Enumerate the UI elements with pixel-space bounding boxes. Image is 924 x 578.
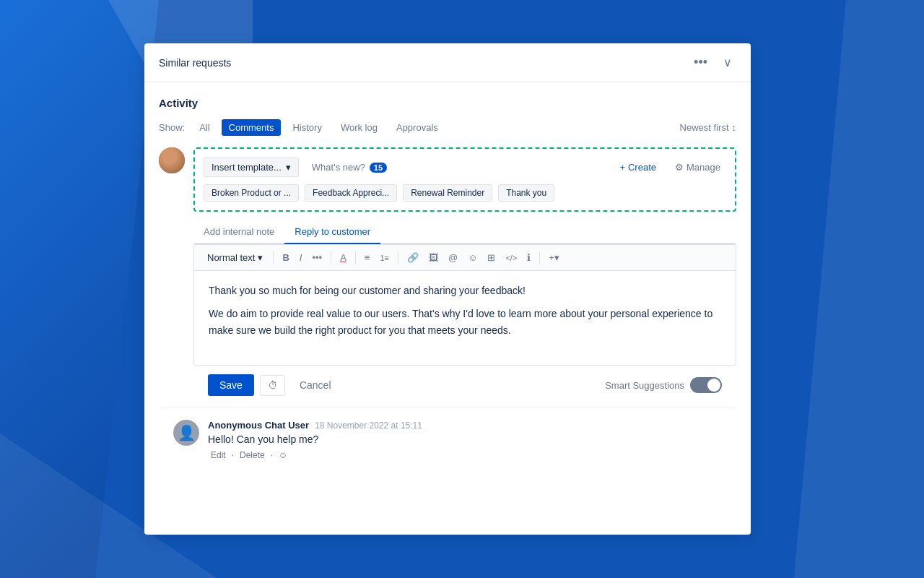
- similar-requests-dots-button[interactable]: •••: [689, 53, 712, 72]
- table-button[interactable]: ⊞: [483, 249, 500, 266]
- more-formatting-button[interactable]: •••: [308, 249, 326, 266]
- chevron-down-icon: ▾: [258, 252, 263, 263]
- editor-content[interactable]: Thank you so much for being our customer…: [194, 271, 736, 365]
- format-label: Normal text: [207, 252, 255, 263]
- toolbar-separator-5: [539, 251, 540, 264]
- activity-section: Activity Show: All Comments History Work…: [144, 82, 751, 473]
- toolbar-separator-3: [355, 251, 356, 264]
- text-format-dropdown[interactable]: Normal text ▾: [201, 249, 269, 266]
- toolbar-separator-2: [331, 251, 331, 264]
- anonymous-user-icon: 👤: [178, 424, 196, 441]
- comment-header: Anonymous Chat User 18 November 2022 at …: [208, 420, 722, 431]
- emoji-reaction-button[interactable]: ☺: [276, 449, 290, 461]
- bg-shape-right: [794, 0, 924, 578]
- comment-separator-2: ·: [271, 450, 273, 460]
- emoji-button[interactable]: ☺: [463, 249, 481, 266]
- template-tag-0[interactable]: Broken Product or ...: [204, 184, 299, 202]
- toolbar-separator-4: [398, 251, 398, 264]
- editor-toolbar: Normal text ▾ B I ••• A ≡ 1≡ 🔗: [194, 245, 736, 271]
- italic-button[interactable]: I: [295, 249, 307, 266]
- clock-icon: ⏱: [268, 380, 277, 391]
- template-tag-2[interactable]: Renewal Reminder: [403, 184, 492, 202]
- whats-new-label: What's new?: [312, 162, 365, 173]
- editor-line-2: We do aim to provide real value to our u…: [209, 306, 721, 338]
- show-label: Show:: [159, 122, 185, 133]
- filter-btn-all[interactable]: All: [192, 119, 217, 136]
- toggle-knob: [707, 379, 720, 392]
- comment-item: 👤 Anonymous Chat User 18 November 2022 a…: [159, 407, 736, 473]
- smart-suggestions-label: Smart Suggestions: [605, 380, 684, 391]
- comment-actions: Edit · Delete · ☺: [208, 449, 722, 461]
- smart-suggestions: Smart Suggestions ✕: [605, 377, 722, 393]
- bullet-list-button[interactable]: ≡: [360, 249, 375, 266]
- template-top-row: Insert template... ▾ What's new? 15 + Cr…: [204, 158, 726, 177]
- comment-author: Anonymous Chat User: [208, 420, 309, 431]
- action-row: Save ⏱ Cancel Smart Suggestions ✕: [193, 366, 736, 407]
- ordered-list-button[interactable]: 1≡: [375, 251, 393, 265]
- similar-requests-bar: Similar requests ••• ∨: [144, 43, 751, 82]
- chevron-down-icon: ∨: [723, 56, 732, 69]
- gear-icon: ⚙: [675, 162, 684, 173]
- similar-requests-actions: ••• ∨: [689, 53, 736, 72]
- current-user-avatar: [159, 147, 185, 173]
- timer-button[interactable]: ⏱: [260, 375, 285, 396]
- link-button[interactable]: 🔗: [403, 249, 423, 266]
- template-tag-3[interactable]: Thank you: [498, 184, 554, 202]
- tab-internal-note[interactable]: Add internal note: [193, 220, 284, 244]
- sort-icon: ↕: [732, 122, 737, 133]
- similar-requests-title: Similar requests: [159, 57, 231, 69]
- cancel-button[interactable]: Cancel: [291, 374, 340, 396]
- editor-container: Normal text ▾ B I ••• A ≡ 1≡ 🔗: [193, 244, 736, 366]
- save-button[interactable]: Save: [208, 374, 254, 396]
- reply-tabs: Add internal note Reply to customer: [193, 220, 736, 244]
- chevron-down-icon: ▾: [286, 162, 291, 173]
- toolbar-separator-1: [273, 251, 274, 264]
- bold-button[interactable]: B: [278, 249, 293, 266]
- main-panel: Similar requests ••• ∨ Activity Show: Al…: [144, 43, 751, 535]
- manage-templates-button[interactable]: ⚙ Manage: [669, 158, 726, 176]
- info-button[interactable]: ℹ: [523, 249, 535, 266]
- tab-reply-to-customer[interactable]: Reply to customer: [284, 220, 380, 244]
- comment-timestamp: 18 November 2022 at 15:11: [315, 420, 422, 431]
- template-tag-1[interactable]: Feedback Appreci...: [305, 184, 397, 202]
- newest-first-label: Newest first: [680, 122, 729, 133]
- show-filter-row: Show: All Comments History Work log Appr…: [159, 119, 736, 136]
- mention-button[interactable]: @: [444, 249, 462, 266]
- avatar-image: [159, 147, 185, 173]
- create-label: Create: [628, 162, 656, 173]
- insert-template-button[interactable]: Insert template... ▾: [204, 158, 299, 177]
- plus-icon: +: [619, 162, 625, 173]
- code-button[interactable]: </>: [501, 251, 521, 265]
- commenter-avatar: 👤: [173, 420, 199, 446]
- editor-line-1: Thank you so much for being our customer…: [209, 282, 721, 298]
- image-button[interactable]: 🖼: [424, 249, 443, 266]
- manage-label: Manage: [687, 162, 720, 173]
- filter-btn-comments[interactable]: Comments: [222, 119, 282, 136]
- more-options-button[interactable]: +▾: [544, 249, 564, 266]
- smart-suggestions-toggle[interactable]: ✕: [690, 377, 722, 393]
- comment-text: Hello! Can you help me?: [208, 434, 722, 445]
- whats-new-badge: 15: [370, 163, 387, 173]
- whats-new-button[interactable]: What's new? 15: [306, 158, 393, 176]
- edit-comment-button[interactable]: Edit: [208, 449, 229, 461]
- text-color-button[interactable]: A: [336, 249, 351, 266]
- template-tags-row: Broken Product or ... Feedback Appreci..…: [204, 184, 726, 202]
- template-area: Insert template... ▾ What's new? 15 + Cr…: [193, 147, 736, 212]
- filter-btn-history[interactable]: History: [285, 119, 328, 136]
- insert-template-label: Insert template...: [212, 162, 282, 173]
- filter-btn-approvals[interactable]: Approvals: [389, 119, 445, 136]
- template-editor-area: Insert template... ▾ What's new? 15 + Cr…: [193, 147, 736, 407]
- create-template-button[interactable]: + Create: [614, 158, 662, 176]
- similar-requests-collapse-button[interactable]: ∨: [719, 54, 736, 71]
- newest-first-button[interactable]: Newest first ↕: [680, 122, 736, 133]
- comment-separator-1: ·: [232, 450, 234, 460]
- activity-title: Activity: [159, 97, 736, 109]
- delete-comment-button[interactable]: Delete: [237, 449, 268, 461]
- comment-body: Anonymous Chat User 18 November 2022 at …: [208, 420, 722, 461]
- filter-btn-worklog[interactable]: Work log: [334, 119, 385, 136]
